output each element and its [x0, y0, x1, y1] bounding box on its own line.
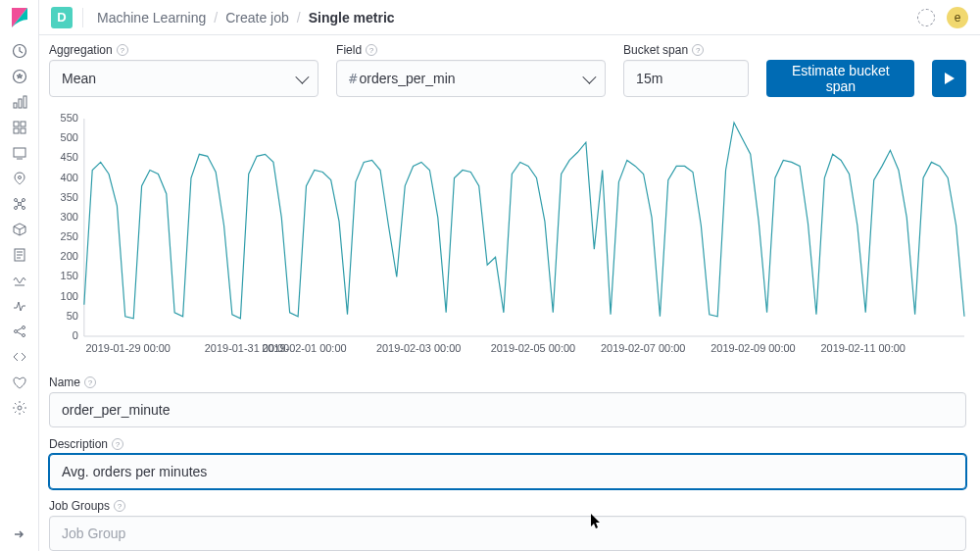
- name-label: Name?: [49, 376, 966, 389]
- avatar[interactable]: e: [947, 7, 968, 28]
- svg-point-10: [18, 176, 21, 179]
- job-groups-input[interactable]: [49, 516, 966, 551]
- aggregation-label: Aggregation?: [49, 43, 318, 57]
- svg-rect-8: [21, 128, 25, 133]
- recent-icon[interactable]: [10, 41, 29, 61]
- aggregation-select[interactable]: Mean: [49, 60, 318, 97]
- svg-text:400: 400: [61, 172, 78, 183]
- svg-text:450: 450: [61, 151, 78, 163]
- discover-icon[interactable]: [10, 67, 29, 86]
- svg-text:2019-01-29 00:00: 2019-01-29 00:00: [86, 342, 171, 354]
- svg-rect-4: [24, 96, 26, 108]
- logs-icon[interactable]: [10, 245, 29, 265]
- svg-point-1: [13, 71, 25, 83]
- help-icon[interactable]: ?: [114, 500, 125, 512]
- help-icon[interactable]: ?: [112, 438, 123, 450]
- kibana-logo[interactable]: [8, 6, 31, 29]
- breadcrumb-item[interactable]: Create job: [225, 10, 289, 25]
- svg-rect-9: [14, 148, 25, 157]
- svg-rect-6: [21, 122, 25, 126]
- ml-icon[interactable]: [10, 194, 29, 214]
- expand-rail-icon[interactable]: [0, 527, 39, 541]
- svg-point-19: [22, 334, 24, 337]
- name-input[interactable]: [49, 392, 966, 427]
- svg-point-20: [18, 406, 22, 410]
- svg-text:250: 250: [61, 230, 78, 242]
- dashboard-icon[interactable]: [10, 118, 29, 137]
- breadcrumb-current: Single metric: [309, 10, 395, 25]
- bucket-span-input[interactable]: 15m: [623, 60, 749, 97]
- svg-text:350: 350: [61, 191, 78, 203]
- bucket-span-label: Bucket span?: [623, 43, 749, 57]
- dev-icon[interactable]: [10, 347, 29, 367]
- apm-icon[interactable]: [10, 271, 29, 290]
- svg-text:300: 300: [61, 211, 78, 223]
- svg-text:2019-02-03 00:00: 2019-02-03 00:00: [376, 342, 461, 354]
- description-input[interactable]: [49, 454, 966, 489]
- svg-rect-3: [19, 99, 22, 108]
- canvas-icon[interactable]: [10, 143, 29, 163]
- svg-text:2019-02-05 00:00: 2019-02-05 00:00: [491, 342, 575, 354]
- monitoring-icon[interactable]: [10, 373, 29, 392]
- settings-icon[interactable]: [10, 398, 29, 418]
- run-button[interactable]: [932, 60, 966, 97]
- help-icon[interactable]: ?: [692, 44, 704, 56]
- svg-text:2019-02-09 00:00: 2019-02-09 00:00: [710, 342, 795, 354]
- uptime-icon[interactable]: [10, 296, 29, 316]
- svg-text:50: 50: [67, 310, 78, 322]
- maps-icon[interactable]: [10, 169, 29, 188]
- breadcrumb: Machine Learning / Create job / Single m…: [97, 10, 395, 25]
- svg-rect-5: [14, 122, 19, 126]
- top-bar: D Machine Learning / Create job / Single…: [39, 0, 980, 35]
- svg-text:2019-02-07 00:00: 2019-02-07 00:00: [601, 342, 685, 354]
- chevron-down-icon: [582, 71, 596, 84]
- field-select[interactable]: #orders_per_min: [336, 60, 606, 97]
- field-label: Field?: [336, 43, 606, 57]
- description-label: Description?: [49, 437, 966, 451]
- svg-text:2019-02-11 00:00: 2019-02-11 00:00: [821, 342, 906, 354]
- svg-point-18: [22, 326, 24, 329]
- news-icon[interactable]: [917, 9, 935, 26]
- visualize-icon[interactable]: [10, 92, 29, 112]
- breadcrumb-item[interactable]: Machine Learning: [97, 10, 206, 25]
- svg-text:2019-02-01 00:00: 2019-02-01 00:00: [262, 342, 346, 354]
- chart: 050100150200250300350400450500550 2019-0…: [49, 111, 966, 366]
- infra-icon[interactable]: [10, 220, 29, 239]
- svg-text:0: 0: [73, 329, 78, 341]
- svg-text:150: 150: [61, 270, 78, 281]
- space-badge[interactable]: D: [51, 7, 73, 28]
- graph-icon[interactable]: [10, 322, 29, 341]
- estimate-bucket-span-button[interactable]: Estimate bucket span: [766, 60, 914, 97]
- svg-text:200: 200: [61, 250, 78, 262]
- svg-rect-2: [14, 103, 17, 108]
- main-content: Aggregation? Mean Field? #orders_per_min…: [39, 35, 980, 551]
- chevron-down-icon: [295, 71, 309, 84]
- svg-text:550: 550: [61, 112, 78, 124]
- help-icon[interactable]: ?: [84, 376, 96, 388]
- svg-text:100: 100: [61, 290, 78, 302]
- play-icon: [945, 73, 955, 84]
- left-nav-rail: [0, 0, 39, 551]
- help-icon[interactable]: ?: [366, 44, 377, 56]
- job-groups-label: Job Groups?: [49, 499, 966, 513]
- svg-text:500: 500: [61, 131, 78, 143]
- help-icon[interactable]: ?: [117, 44, 128, 56]
- svg-rect-7: [14, 128, 19, 133]
